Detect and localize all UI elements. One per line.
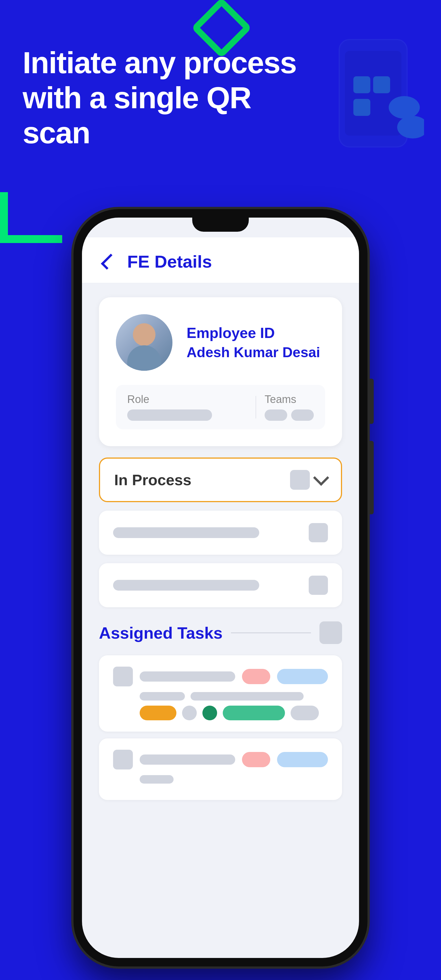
role-placeholder <box>127 409 212 421</box>
phone-wrapper: FE Details Employee ID <box>73 209 368 966</box>
vertical-divider <box>256 396 256 418</box>
task-orange-status <box>140 706 177 720</box>
task-tag-pink-1 <box>242 669 270 684</box>
list-action-1 <box>309 523 328 542</box>
phone-screen: FE Details Employee ID <box>82 218 359 958</box>
assigned-tasks-section: Assigned Tasks <box>99 621 342 800</box>
status-square <box>290 470 310 490</box>
svg-rect-2 <box>345 51 401 136</box>
task-grey-tag <box>291 706 319 720</box>
bg-green-corner <box>0 192 62 243</box>
task-checkbox-1[interactable] <box>113 667 133 686</box>
page-title: FE Details <box>127 251 212 272</box>
teams-chips <box>264 409 314 421</box>
task-sub-bar-3 <box>140 775 174 784</box>
task-status-row <box>140 706 328 720</box>
task-title-2 <box>140 754 235 765</box>
phone-notch <box>192 218 249 232</box>
role-label: Role <box>127 393 247 406</box>
task-sub-row <box>140 692 328 700</box>
svg-rect-4 <box>373 76 390 93</box>
assigned-tasks-title: Assigned Tasks <box>99 624 223 642</box>
in-process-dropdown[interactable]: In Process <box>99 458 342 502</box>
svg-point-6 <box>389 96 420 119</box>
back-button[interactable] <box>99 252 119 272</box>
task-tag-blue-1 <box>277 669 328 684</box>
in-process-label: In Process <box>114 471 191 488</box>
hero-text: Initiate any process with a single QR sc… <box>22 45 317 151</box>
svg-rect-3 <box>353 76 370 93</box>
task-tag-blue-2 <box>277 752 328 767</box>
task-card-2 <box>99 738 342 800</box>
in-process-right <box>290 470 327 490</box>
employee-id-label: Employee ID <box>186 325 320 341</box>
employee-top: Employee ID Adesh Kumar Desai <box>116 314 325 371</box>
task-sub-bar-2 <box>191 692 304 700</box>
list-item-2[interactable] <box>99 563 342 607</box>
task-row-main <box>113 667 328 686</box>
avatar <box>116 314 172 371</box>
list-item-1[interactable] <box>99 511 342 555</box>
teams-label: Teams <box>264 393 314 406</box>
task-title-1 <box>140 671 235 682</box>
employee-info: Employee ID Adesh Kumar Desai <box>186 325 320 361</box>
add-task-button[interactable] <box>320 621 342 644</box>
teams-section: Teams <box>264 393 314 421</box>
chevron-down-icon <box>313 470 330 486</box>
bg-phone-illustration <box>317 34 424 158</box>
tasks-divider-line <box>231 632 311 633</box>
task-checkbox-2[interactable] <box>113 750 133 770</box>
task-tag-pink-2 <box>242 752 270 767</box>
role-teams-row: Role Teams <box>116 385 325 429</box>
employee-card: Employee ID Adesh Kumar Desai Role Teams <box>99 297 342 446</box>
phone-outer: FE Details Employee ID <box>73 209 368 966</box>
task-circle-1 <box>182 706 197 720</box>
task-teal-bar <box>223 706 285 720</box>
back-chevron-icon <box>101 253 117 270</box>
task-green-indicator <box>202 706 217 720</box>
list-action-2 <box>309 576 328 595</box>
team-chip-2 <box>291 409 314 421</box>
task-card-1 <box>99 655 342 732</box>
employee-name: Adesh Kumar Desai <box>186 344 320 361</box>
team-chip-1 <box>264 409 287 421</box>
task-sub-bar-1 <box>140 692 185 700</box>
task-row-main-2 <box>113 750 328 770</box>
app-content: FE Details Employee ID <box>82 218 359 958</box>
list-bar-2 <box>113 580 259 590</box>
list-bar-1 <box>113 527 259 538</box>
svg-rect-5 <box>353 99 370 116</box>
role-section: Role <box>127 393 247 421</box>
app-header: FE Details <box>82 237 359 283</box>
assigned-tasks-header: Assigned Tasks <box>99 621 342 644</box>
task-sub-row-2 <box>140 775 328 784</box>
